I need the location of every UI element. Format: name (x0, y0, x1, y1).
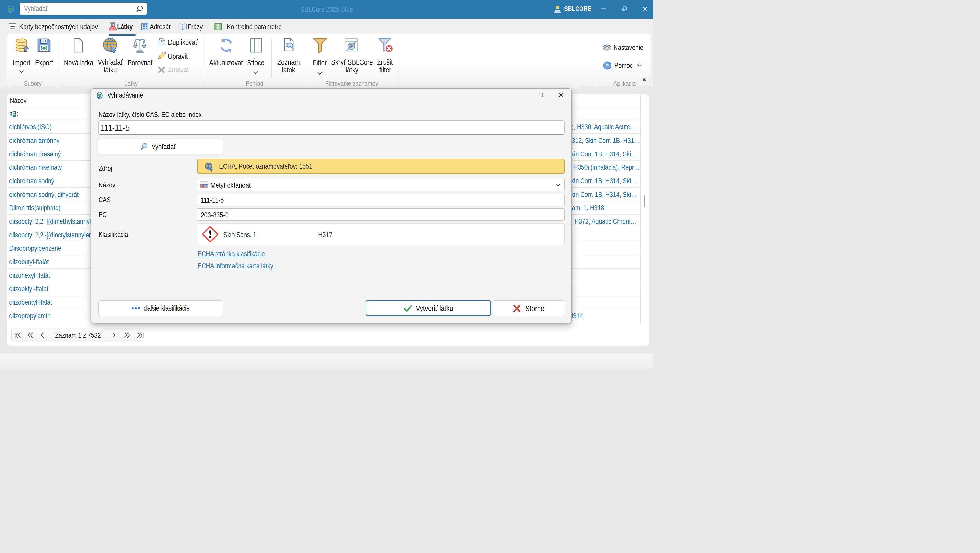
svg-text:?: ? (606, 63, 609, 68)
